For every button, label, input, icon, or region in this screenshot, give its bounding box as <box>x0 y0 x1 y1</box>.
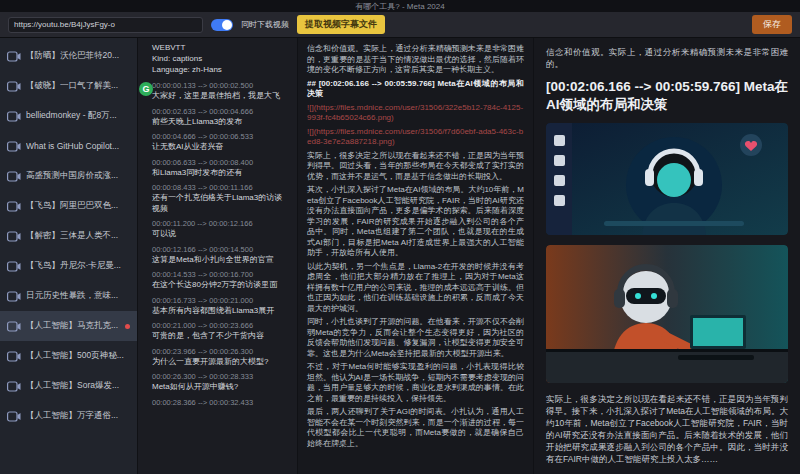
video-icon <box>7 201 21 212</box>
video-icon <box>7 111 21 122</box>
sidebar[interactable]: 【防晒】沃伦巴菲特20... 【破晓】一口气了解美... belliedmonk… <box>0 38 138 474</box>
preview-top-text: 信念和价值观。实际上，通过分析来精确预测未来是非常困难的。 <box>546 46 788 70</box>
article-block: 实际上，很多决定之所以现在看起来还不错，正是因为当年预判得早。回过头看，当年的那… <box>307 151 524 183</box>
sidebar-item-label: 【飞鸟】阿里巴巴双色... <box>26 200 118 212</box>
sidebar-item[interactable]: 【人工智能】500页神秘... <box>0 341 137 371</box>
video-icon <box>7 261 21 272</box>
transcript-cue: 00:00:12.166 --> 00:00:14.500 这算是Meta和小扎… <box>152 245 289 266</box>
sidebar-item[interactable]: 高盛预测中国房价或涨... <box>0 161 137 191</box>
article-block: 以此为契机，另一个焦点是，Llama-2在开发的时候并没有考虑周全，他们把大部分… <box>307 262 524 315</box>
sidebar-item[interactable]: What is GitHub Copilot... <box>0 131 137 161</box>
video-icon <box>7 81 21 92</box>
article-block: ![](https://files.mdnice.com/user/31506/… <box>307 103 524 124</box>
cue-timestamp: 00:00:08.433 --> 00:00:11.166 <box>152 183 289 193</box>
sidebar-item-label: 【人工智能】马克扎克... <box>26 320 118 332</box>
transcript-pane[interactable]: G WEBVTT Kind: captions Language: zh-Han… <box>138 38 298 474</box>
video-icon <box>7 411 21 422</box>
cue-timestamp: 00:00:14.533 --> 00:00:16.700 <box>152 270 289 280</box>
robot-illustration-image <box>546 245 788 383</box>
vtt-header: WEBVTT Kind: captions Language: zh-Hans <box>152 42 289 75</box>
transcript-cue: 00:00:21.000 --> 00:00:23.666 可贵的是，包含了不少… <box>152 321 289 342</box>
sidebar-item[interactable]: 【防晒】沃伦巴菲特20... <box>0 41 137 71</box>
video-url-input[interactable] <box>8 17 203 33</box>
cue-text: 可贵的是，包含了不少干货内容 <box>152 331 289 342</box>
sidebar-item[interactable]: 【解密】三体是人类不... <box>0 221 137 251</box>
window-title: 有哪个工具? - Meta 2024 <box>355 1 444 12</box>
sidebar-item-label: 高盛预测中国房价或涨... <box>26 170 118 182</box>
preview-pane[interactable]: 信念和价值观。实际上，通过分析来精确预测未来是非常困难的。 [00:02:06.… <box>534 38 800 474</box>
cue-timestamp: 00:00:00.133 --> 00:00:02.500 <box>152 81 289 91</box>
vtt-header-line: Language: zh-Hans <box>152 64 289 75</box>
sidebar-item[interactable]: 【破晓】一口气了解美... <box>0 71 137 101</box>
cue-text: 为什么一直要开源最新的大模型? <box>152 357 289 368</box>
article-block: 信念和价值观。实际上，通过分析来精确预测未来是非常困难的，更重要的是基于当下的情… <box>307 44 524 76</box>
article-block: ![](https://files.mdnice.com/user/31506/… <box>307 127 524 148</box>
sidebar-item[interactable]: 【飞鸟】丹尼尔·卡尼曼... <box>0 251 137 281</box>
extract-subtitles-button[interactable]: 提取视频字幕文件 <box>297 15 385 34</box>
sidebar-item-label: 【解密】三体是人类不... <box>26 230 118 242</box>
app-window: 有哪个工具? - Meta 2024 同时下载视频 提取视频字幕文件 保存 【防… <box>0 0 800 474</box>
main-area: 【防晒】沃伦巴菲特20... 【破晓】一口气了解美... belliedmonk… <box>0 38 800 474</box>
transcript-cue: 00:00:04.666 --> 00:00:06.533 让无数AI从业者兴奋 <box>152 132 289 153</box>
transcript-cue: 00:00:11.200 --> 00:00:12.166 可以说 <box>152 219 289 240</box>
cue-text: 可以说 <box>152 229 289 240</box>
sidebar-item[interactable]: 【人工智能】马克扎克... <box>0 311 137 341</box>
article-block: 最后，两人还聊到了关于AGI的时间表。小扎认为，通用人工智能不会在某一个时刻突然… <box>307 407 524 449</box>
vtt-header-line: Kind: captions <box>152 53 289 64</box>
cue-text: 在这个长达80分钟2万字的访谈里面 <box>152 280 289 291</box>
video-icon <box>7 231 21 242</box>
cue-timestamp: 00:00:06.633 --> 00:00:08.400 <box>152 158 289 168</box>
sidebar-item[interactable]: 日元历史性暴跌，意味... <box>0 281 137 311</box>
sidebar-item-label: 【破晓】一口气了解美... <box>26 80 118 92</box>
transcript-cue: 00:00:23.966 --> 00:00:26.300 为什么一直要开源最新… <box>152 347 289 368</box>
cue-text: 让无数AI从业者兴奋 <box>152 142 289 153</box>
article-block: 同时，小扎也谈到了开源的问题。在他看来，开源不仅不会削弱Meta的竞争力，反而会… <box>307 317 524 359</box>
toggle-knob <box>222 20 232 30</box>
download-video-toggle[interactable] <box>211 19 233 31</box>
download-video-toggle-label: 同时下载视频 <box>241 19 289 30</box>
sidebar-item-label: 【飞鸟】丹尼尔·卡尼曼... <box>26 260 121 272</box>
transcript-cue: 00:00:14.533 --> 00:00:16.700 在这个长达80分钟2… <box>152 270 289 291</box>
article-editor-pane[interactable]: 信念和价值观。实际上，通过分析来精确预测未来是非常困难的，更重要的是基于当下的情… <box>298 38 534 474</box>
sidebar-item-label: What is GitHub Copilot... <box>26 141 119 151</box>
transcript-cue: 00:00:28.366 --> 00:00:32.433 <box>152 398 289 408</box>
podcast-illustration-image <box>546 123 788 235</box>
cue-timestamp: 00:00:21.000 --> 00:00:23.666 <box>152 321 289 331</box>
preview-paragraphs: 实际上，很多决定之所以现在看起来还不错，正是因为当年预判得早。接下来，小扎深入探… <box>546 393 788 465</box>
cue-text: 这算是Meta和小扎向全世界的官宣 <box>152 255 289 266</box>
article-block: ## [00:02:06.166 --> 00:05:59.766] Meta在… <box>307 79 524 100</box>
g-badge[interactable]: G <box>139 82 153 96</box>
vtt-header-line: WEBVTT <box>152 42 289 53</box>
cue-timestamp: 00:00:11.200 --> 00:00:12.166 <box>152 219 289 229</box>
cue-timestamp: 00:00:12.166 --> 00:00:14.500 <box>152 245 289 255</box>
cue-text: 和Llama3同时发布的还有 <box>152 168 289 179</box>
preview-paragraph: 实际上，很多决定之所以现在看起来还不错，正是因为当年预判得早。接下来，小扎深入探… <box>546 393 788 465</box>
sidebar-item[interactable]: 【人工智能】Sora爆发... <box>0 371 137 401</box>
video-icon <box>7 381 21 392</box>
sidebar-item-label: 【人工智能】Sora爆发... <box>26 380 119 392</box>
sidebar-item-label: 【人工智能】500页神秘... <box>26 350 124 362</box>
cue-timestamp: 00:00:23.966 --> 00:00:26.300 <box>152 347 289 357</box>
cue-timestamp: 00:00:26.300 --> 00:00:28.333 <box>152 372 289 382</box>
cue-text: 基本所有内容都围绕着Llama3展开 <box>152 306 289 317</box>
sidebar-item-label: 日元历史性暴跌，意味... <box>26 290 118 302</box>
cue-timestamp: 00:00:16.733 --> 00:00:21.000 <box>152 296 289 306</box>
article-block: 其次，小扎深入探讨了Meta在AI领域的布局。大约10年前，Meta创立了Fac… <box>307 185 524 259</box>
sidebar-item[interactable]: belliedmonkey - 配8万... <box>0 101 137 131</box>
video-icon <box>7 321 21 332</box>
transcript-cue: 00:00:26.300 --> 00:00:28.333 Meta如何从开源中… <box>152 372 289 393</box>
preview-section-heading: [00:02:06.166 --> 00:05:59.766] Meta在AI领… <box>546 78 788 114</box>
cue-timestamp: 00:00:02.633 --> 00:00:04.666 <box>152 107 289 117</box>
video-icon <box>7 141 21 152</box>
transcript-cue: 00:00:06.633 --> 00:00:08.400 和Llama3同时发… <box>152 158 289 179</box>
cue-text: 还有一个扎克伯格关于Llama3的访谈视频 <box>152 193 289 214</box>
sidebar-item-label: 【防晒】沃伦巴菲特20... <box>26 50 119 62</box>
sidebar-item[interactable]: 【人工智能】万字通俗... <box>0 401 137 431</box>
cue-timestamp: 00:00:28.366 --> 00:00:32.433 <box>152 398 289 408</box>
video-icon <box>7 171 21 182</box>
save-button[interactable]: 保存 <box>752 15 792 34</box>
sidebar-item[interactable]: 【飞鸟】阿里巴巴双色... <box>0 191 137 221</box>
video-icon <box>7 351 21 362</box>
cue-text: 前些天晚上Llama3的发布 <box>152 117 289 128</box>
transcript-cue-list: 00:00:00.133 --> 00:00:02.500 大家好，这里是最佳拍… <box>152 81 289 408</box>
